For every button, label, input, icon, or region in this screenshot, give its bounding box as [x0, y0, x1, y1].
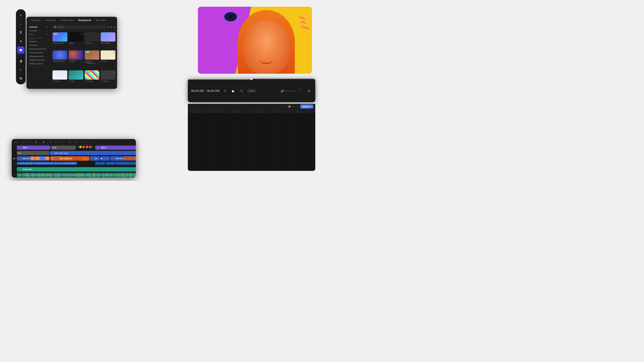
clip-fx-badge-6: fx·1	[111, 158, 114, 160]
tl-music-button[interactable]: ♫	[86, 140, 90, 144]
cat-free[interactable]: Free 39	[27, 32, 50, 36]
tab-intro-videos[interactable]: Intro videos	[94, 18, 108, 22]
zoom-in-button[interactable]: ＋	[296, 105, 299, 108]
thumb-blue-gradient[interactable]: Blue gradient	[100, 32, 116, 49]
volume-slider[interactable]	[285, 91, 295, 91]
thumb-coupon[interactable]: ♥ ⬇ Coupon	[100, 70, 116, 87]
tl-redo-button[interactable]: ↪	[28, 140, 32, 144]
volume-icon[interactable]: 🔊	[281, 89, 284, 92]
thumb-black[interactable]: ♥ ⬇ Black	[68, 32, 83, 49]
zoom-slider[interactable]	[282, 106, 295, 107]
clip-middle[interactable]: ✏	[100, 156, 110, 161]
badge-fav: ♥	[113, 51, 115, 54]
clip-tittle4-2[interactable]: fx·1 Tittle 4	[95, 146, 136, 150]
clip-tittle4-1[interactable]: fx·1 Tittle 4	[17, 146, 50, 150]
cat-abstract[interactable]: Abstract	[27, 40, 50, 43]
download-icon[interactable]: ⬇	[110, 26, 112, 28]
teal-waveform-body: const wf2 = document.currentScript.close…	[17, 172, 136, 178]
chevron-down-icon: ▾	[254, 90, 254, 92]
thumb-orange-1	[72, 157, 77, 160]
sticker-button[interactable]: ☆	[17, 66, 24, 73]
tl-audio-button[interactable]: ♬	[60, 140, 64, 144]
aspect-ratio-button[interactable]: 16:9 ▾	[247, 89, 256, 93]
search-input-wrap[interactable]: 🔍	[52, 25, 106, 29]
thumb-coast[interactable]: ⬇ Coast	[68, 70, 83, 87]
cat-cinematic[interactable]: Cinematic	[27, 43, 50, 47]
player-controls: 00:20.345 / 00:20.345 ↺ ▶ ↻ 16:9 ▾ 🔊	[188, 80, 315, 102]
tab-backgrounds[interactable]: Backgrounds	[76, 18, 93, 22]
badge-new: NEW	[85, 71, 90, 73]
cat-education-label: Education and work	[29, 48, 46, 50]
tl-undo-button[interactable]: ↩	[22, 140, 26, 144]
add-button[interactable]: ＋	[17, 11, 24, 19]
filter-button[interactable]: ◑	[17, 57, 24, 65]
audio-track-row: ♬ fx·1 Dreamer.mp4	[12, 167, 136, 172]
clip-video-mov-2[interactable]: fx·1 Video.mov	[110, 156, 136, 161]
thumb-bokeh[interactable]: ⬇ Bokeh	[68, 50, 83, 69]
tl-clock-button[interactable]: ⏱	[48, 140, 52, 144]
player-time-display: 00:20.345 / 00:20.345	[191, 89, 220, 92]
settings-button[interactable]: ⚙	[306, 88, 312, 94]
cat-featured[interactable]: Featured 40	[27, 25, 50, 29]
play-button[interactable]: ▶	[230, 88, 236, 94]
cat-gaming-tech[interactable]: Gaming and tech	[27, 54, 50, 58]
audio-icon-2: ♬	[14, 168, 15, 171]
track-visibility-toggle-5[interactable]: ♬	[12, 168, 17, 171]
thumb-blocks[interactable]: ⬇ Blocks	[85, 32, 100, 49]
track-visibility-toggle-3[interactable]: 🔊	[12, 157, 17, 160]
thumb-chat[interactable]: ♥ ⬇ Chat	[100, 50, 116, 69]
fullscreen-button[interactable]: ⛶	[298, 88, 304, 94]
play-icon: ▶	[232, 89, 234, 93]
clip-when-i-was-young[interactable]: ★ ♥ When I Was Young	[50, 151, 136, 155]
tl-filter-button[interactable]: ⧉	[14, 140, 18, 144]
thumb-arctic-aurora[interactable]: NEW ⬇ Arctic aurora	[52, 32, 67, 49]
cat-health-fitness[interactable]: Health and fitness	[27, 58, 50, 62]
zoom-out-button[interactable]: －	[278, 105, 280, 108]
waveform-track-body: // Generate waveform bars inline const w…	[17, 161, 136, 167]
cat-favorites[interactable]: Favorites 3	[27, 29, 50, 32]
rewind-button[interactable]: ↺	[222, 88, 228, 94]
tab-file-import[interactable]: File import	[29, 18, 42, 22]
export-button[interactable]: Export ▾	[300, 104, 313, 109]
clip-dreamer[interactable]: fx·1 Dreamer.mp4	[17, 167, 136, 172]
more-button[interactable]: ⊞	[17, 75, 24, 82]
thumb-black-label: ⬇ Black	[68, 42, 83, 44]
thumb-contrast[interactable]: NEW ⬇ Contrast	[85, 70, 100, 87]
tl-scissor-button[interactable]: ✂	[54, 140, 58, 144]
text-button[interactable]: T	[17, 29, 24, 36]
track-visibility-toggle-1[interactable]: 👁	[12, 147, 17, 149]
cat-education-work[interactable]: Education and work	[27, 47, 50, 51]
clip-video-15666[interactable]: ★ ♥ fx·1 Video_15666.mov	[50, 156, 90, 161]
clip-hello[interactable]: Hello	[17, 151, 50, 155]
music-button[interactable]: ♪	[17, 20, 24, 28]
tl-transform-button[interactable]: ⊡	[68, 140, 72, 144]
clip-smail[interactable]: Smail	[51, 146, 76, 150]
transitions-button[interactable]: ✦	[17, 38, 24, 45]
transitions-icon: ✦	[20, 39, 22, 43]
cat-hobbies-art[interactable]: Hobbies and art	[27, 62, 50, 65]
thumb-clouds[interactable]: ⬇ Clouds	[52, 70, 67, 87]
heart-icon-2: ♥	[53, 158, 54, 160]
tl-delete-button[interactable]: 🗑	[34, 140, 38, 144]
badge-new: NEW	[85, 51, 90, 53]
tl-play-button[interactable]: ▶	[42, 140, 46, 144]
cat-family-kids[interactable]: Family and kids	[27, 51, 50, 54]
fast-forward-button[interactable]: ↻	[239, 88, 245, 94]
search-input[interactable]	[58, 26, 105, 28]
tab-sample-videos[interactable]: Sample videos	[58, 18, 76, 22]
download-small-icon: ⬇	[100, 80, 102, 82]
thumb-brown-cappuccino[interactable]: NEW ⬇ Brown - cappuccino	[85, 50, 100, 69]
player-progress-bar[interactable]	[188, 79, 315, 80]
tl-timer-button[interactable]: ⏲	[74, 140, 78, 144]
clip-video-mov-1[interactable]: fx·1 Video.mov	[17, 156, 50, 161]
thumbnail-grid: NEW ⬇ Arctic aurora ♥ ⬇ Black	[51, 31, 117, 89]
effects-button[interactable]	[17, 46, 24, 54]
clip-vid[interactable]: fx·1 Vid	[90, 156, 100, 161]
waveform-blue-left: // Generate waveform bars inline const w…	[17, 162, 77, 165]
thumb-bokeh-label: ⬇ Bokeh	[68, 60, 83, 62]
sort-icon[interactable]: ⇅	[107, 26, 109, 28]
tab-project-files[interactable]: Project files	[43, 18, 58, 22]
thumb-blue-sunburst[interactable]: ⬇ Blue Sunburst	[52, 50, 67, 69]
tl-voice-button[interactable]: ↔	[80, 140, 84, 144]
tick-2: 00:00:50	[234, 111, 240, 113]
